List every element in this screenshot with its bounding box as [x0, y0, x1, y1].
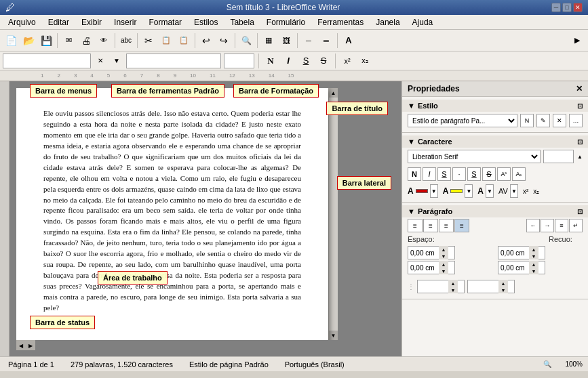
- panel-underline-btn[interactable]: S: [437, 167, 451, 181]
- indent-left-up[interactable]: ▲: [529, 246, 538, 253]
- style-new-btn[interactable]: N: [520, 114, 534, 127]
- line-spacing-input[interactable]: ▲ ▼: [417, 280, 465, 293]
- panel-close-btn[interactable]: ✕: [576, 84, 583, 93]
- space-above-down[interactable]: ▼: [439, 253, 448, 259]
- table-button[interactable]: ▦: [260, 33, 277, 49]
- redo-button[interactable]: ↪: [216, 33, 232, 49]
- indent-right-input[interactable]: ▲ ▼: [498, 261, 545, 274]
- panel-strike-btn[interactable]: ·: [452, 167, 466, 181]
- strikethrough-button[interactable]: S: [316, 54, 331, 68]
- first-indent-input[interactable]: ▲ ▼: [467, 280, 515, 293]
- new-doc-button[interactable]: 📄: [3, 33, 19, 49]
- image-button[interactable]: 🖼: [278, 33, 294, 49]
- highlight-color-dropdown[interactable]: ▼: [465, 184, 473, 198]
- font-size-input[interactable]: 12 pt: [224, 54, 254, 68]
- align-center-btn[interactable]: ≡: [423, 219, 438, 232]
- menu-arquivo[interactable]: Arquivo: [3, 16, 41, 28]
- print-button[interactable]: 🖨: [78, 33, 94, 49]
- panel-italic-btn[interactable]: I: [423, 167, 436, 181]
- paste-button[interactable]: 📋: [176, 33, 192, 49]
- document-area[interactable]: Barra de menus Barra de ferramentas Padr…: [9, 81, 401, 356]
- find-button[interactable]: 🔍: [238, 33, 254, 49]
- para-style-clear-button[interactable]: ✕: [94, 54, 107, 68]
- panel-sup-btn[interactable]: Aˢ: [497, 167, 511, 181]
- para-expand-icon[interactable]: ⊡: [577, 208, 583, 215]
- subscript-button[interactable]: x₂: [357, 54, 372, 68]
- para-style-more-button[interactable]: ▼: [110, 54, 123, 68]
- open-button[interactable]: 📂: [20, 33, 37, 49]
- indent-left-down[interactable]: ▼: [529, 253, 538, 259]
- dline-button[interactable]: ═: [318, 33, 334, 49]
- style-more-btn[interactable]: …: [569, 114, 583, 127]
- menu-inserir[interactable]: Inserir: [109, 16, 142, 28]
- document-page[interactable]: Ele ouviu passos silenciosos atrás dele.…: [16, 88, 328, 340]
- space-above-input[interactable]: ▲ ▼: [408, 246, 455, 259]
- menu-janela[interactable]: Janela: [370, 16, 405, 28]
- space-below-down[interactable]: ▼: [439, 268, 448, 274]
- bold-button[interactable]: N: [263, 54, 278, 68]
- space-below-up[interactable]: ▲: [439, 261, 448, 268]
- horizontal-scrollbar[interactable]: ◀ ▶: [16, 340, 35, 350]
- style-edit-btn[interactable]: ✎: [536, 114, 550, 127]
- menu-editar[interactable]: Editar: [43, 16, 75, 28]
- first-indent-up[interactable]: ▲: [498, 280, 508, 287]
- document-text[interactable]: Ele ouviu passos silenciosos atrás dele.…: [43, 108, 301, 314]
- save-button[interactable]: 💾: [38, 33, 54, 49]
- zoom-icon[interactable]: 🔍: [543, 360, 551, 368]
- menu-ajuda[interactable]: Ajuda: [407, 16, 439, 28]
- character-section-header[interactable]: ▼ Caractere ⊡: [402, 135, 588, 148]
- align-right-btn[interactable]: ≡: [439, 219, 454, 232]
- undo-button[interactable]: ↩: [198, 33, 214, 49]
- toggle-sidebar-button[interactable]: ▶: [569, 33, 585, 49]
- indent-right-up[interactable]: ▲: [529, 261, 538, 268]
- spacing-down[interactable]: ▼: [448, 287, 458, 293]
- char-expand-icon[interactable]: ⊡: [577, 138, 583, 146]
- indent-decrease-btn[interactable]: ←: [526, 219, 540, 232]
- para-style-select[interactable]: Estilo de parágrafo Pa...: [408, 114, 517, 127]
- space-above-up[interactable]: ▲: [439, 246, 448, 253]
- spacing-dropdown[interactable]: ▼: [510, 184, 518, 198]
- style-clear-btn[interactable]: ✕: [553, 114, 566, 127]
- menu-ferramentas[interactable]: Ferramentas: [312, 16, 369, 28]
- menu-formatar[interactable]: Formatar: [143, 16, 187, 28]
- panel-font-select[interactable]: Liberation Serif: [408, 150, 541, 163]
- spacing-up[interactable]: ▲: [448, 280, 458, 287]
- first-indent-down[interactable]: ▼: [498, 287, 508, 293]
- underline-button[interactable]: S: [298, 54, 313, 68]
- minimize-button[interactable]: ─: [551, 3, 561, 12]
- menu-estilos[interactable]: Estilos: [189, 16, 223, 28]
- indent-right-down[interactable]: ▼: [529, 268, 538, 274]
- font-name-input[interactable]: Liberation Serif: [126, 54, 221, 68]
- italic-button[interactable]: I: [281, 54, 296, 68]
- fontcolor-button[interactable]: A: [340, 33, 357, 49]
- spellcheck-button[interactable]: abc: [118, 33, 134, 49]
- menu-tabela[interactable]: Tabela: [224, 16, 259, 28]
- indent-increase-btn[interactable]: →: [541, 219, 554, 232]
- superscript-button[interactable]: x²: [340, 54, 355, 68]
- highlight-color-swatch[interactable]: [450, 189, 463, 193]
- hline-button[interactable]: ─: [300, 33, 317, 49]
- menu-formulario[interactable]: Formulário: [261, 16, 311, 28]
- panel-strike2-btn[interactable]: S: [482, 167, 496, 181]
- style-section-header[interactable]: ▼ Estilo ⊡: [402, 100, 588, 112]
- vertical-scrollbar[interactable]: ▲ ▼: [328, 88, 338, 340]
- list-btn[interactable]: ≡: [555, 219, 568, 232]
- style-expand-icon[interactable]: ⊡: [577, 102, 583, 110]
- panel-font-size-up[interactable]: ▲: [577, 154, 583, 160]
- indent-left-input[interactable]: ▲ ▼: [498, 246, 545, 259]
- panel-under2-btn[interactable]: S: [467, 167, 481, 181]
- email-button[interactable]: ✉: [60, 33, 77, 49]
- menu-exibir[interactable]: Exibir: [76, 16, 107, 28]
- align-left-btn[interactable]: ≡: [408, 219, 423, 232]
- border-dropdown[interactable]: ▼: [486, 184, 494, 198]
- paragraph-section-header[interactable]: ▼ Parágrafo ⊡: [402, 205, 588, 217]
- list-num-btn[interactable]: ↵: [569, 219, 583, 232]
- left-scrollbar[interactable]: [0, 81, 9, 356]
- cut-button[interactable]: ✂: [140, 33, 157, 49]
- space-below-input[interactable]: ▲ ▼: [408, 261, 455, 274]
- panel-font-size-input[interactable]: 12 pt: [543, 150, 574, 163]
- maximize-button[interactable]: □: [562, 3, 572, 12]
- preview-button[interactable]: 👁: [96, 33, 112, 49]
- panel-sub-btn[interactable]: Aₛ: [512, 167, 526, 181]
- font-color-swatch[interactable]: [416, 189, 428, 193]
